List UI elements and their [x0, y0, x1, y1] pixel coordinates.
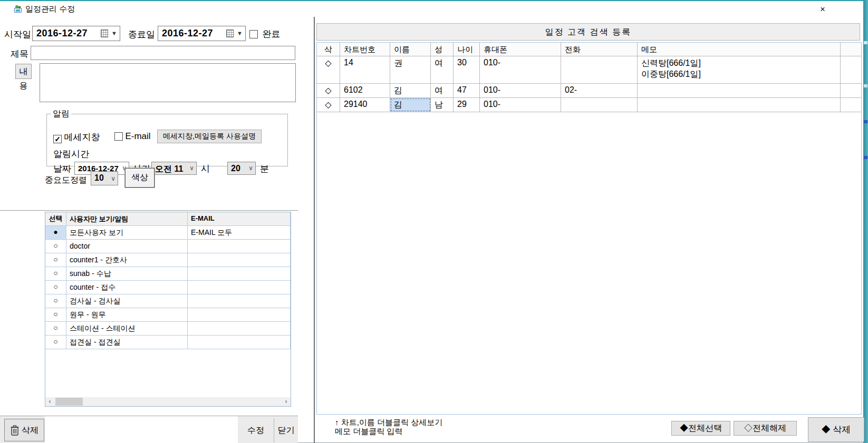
user-name-cell[interactable]: 검사실 - 검사실 [66, 294, 188, 308]
delete-schedule-button[interactable]: 삭제 [4, 419, 44, 441]
phone-cell[interactable] [561, 56, 638, 83]
user-email-cell[interactable] [188, 322, 291, 335]
chart-number-cell[interactable]: 14 [340, 56, 390, 83]
mobile-cell[interactable]: 010- [480, 56, 561, 83]
user-email-cell[interactable] [188, 240, 291, 253]
radio-unselected-icon[interactable]: ○ [45, 267, 66, 280]
chart-number-cell[interactable]: 29140 [340, 98, 390, 112]
user-name-cell[interactable]: doctor [66, 240, 188, 253]
row-delete-diamond-icon[interactable]: ◇ [317, 56, 340, 83]
alarm-minute-value: 20 [231, 164, 240, 173]
scroll-right-icon[interactable]: › [282, 397, 291, 406]
user-row[interactable]: ○검사실 - 검사실 [45, 294, 291, 308]
name-cell[interactable]: 김 [390, 98, 431, 112]
radio-selected-icon[interactable]: ● [45, 226, 66, 239]
gender-cell[interactable]: 여 [431, 56, 454, 83]
customer-row[interactable]: ◇14권여30010-신력탕[666/1일]이중탕[666/1일] [317, 56, 861, 84]
gender-cell[interactable]: 남 [431, 98, 454, 112]
start-date-label: 시작일 [4, 28, 31, 41]
user-row[interactable]: ○sunab - 수납 [45, 267, 291, 281]
content-textarea[interactable] [40, 63, 296, 102]
user-email-cell[interactable] [188, 281, 291, 294]
select-all-button[interactable]: ◆전체선택 [671, 421, 730, 436]
user-name-cell[interactable]: 스테이션 - 스테이션 [66, 322, 188, 335]
radio-unselected-icon[interactable]: ○ [45, 322, 66, 335]
chevron-down-icon[interactable]: ▼ [111, 30, 117, 36]
radio-unselected-icon[interactable]: ○ [45, 253, 66, 267]
subject-label: 제목 [11, 48, 28, 60]
user-col-select: 선택 [45, 212, 66, 225]
close-button[interactable]: 닫기 [274, 416, 298, 443]
minute-suffix-label: 분 [260, 163, 269, 175]
schedule-edit-dialog: 일정관리 수정 × 시작일 2016-12-27 ▼ 종료일 2016-12-2… [0, 0, 863, 443]
user-name-cell[interactable]: counter - 접수 [66, 281, 188, 294]
row-delete-diamond-icon[interactable]: ◇ [317, 84, 340, 97]
user-name-cell[interactable]: sunab - 수납 [66, 267, 188, 280]
phone-cell[interactable] [561, 98, 638, 112]
done-checkbox[interactable] [249, 30, 258, 38]
left-footer-bar: 삭제 수정 닫기 [0, 416, 298, 443]
radio-unselected-icon[interactable]: ○ [45, 281, 66, 294]
start-date-picker[interactable]: 2016-12-27 ▼ [32, 26, 120, 41]
scroll-left-icon[interactable]: ‹ [45, 397, 54, 406]
chart-number-cell[interactable]: 6102 [340, 84, 390, 97]
radio-unselected-icon[interactable]: ○ [45, 308, 66, 321]
message-window-checkbox[interactable] [53, 135, 62, 143]
user-row[interactable]: ●모든사용자 보기E-MAIL 모두 [45, 226, 291, 240]
radio-unselected-icon[interactable]: ○ [45, 336, 66, 349]
age-cell[interactable]: 47 [454, 84, 480, 97]
customer-row[interactable]: ◇6102김여47010-02- [317, 84, 861, 98]
email-checkbox[interactable] [114, 132, 123, 141]
memo-cell[interactable]: 신력탕[666/1일]이중탕[666/1일] [638, 56, 841, 83]
color-button[interactable]: 색상 [125, 168, 155, 188]
edit-button[interactable]: 수정 [238, 416, 274, 443]
user-name-cell[interactable]: counter1 - 간호사 [66, 253, 188, 267]
scrollbar-thumb[interactable] [55, 398, 83, 406]
customer-col-header: 성별 [431, 43, 454, 56]
name-cell[interactable]: 권 [390, 56, 431, 83]
user-row[interactable]: ○원무 - 원무 [45, 308, 291, 322]
age-cell[interactable]: 30 [454, 56, 480, 83]
chevron-down-icon: ∨ [111, 175, 115, 182]
gender-cell[interactable]: 여 [431, 84, 454, 97]
user-email-cell[interactable] [188, 267, 291, 280]
customer-col-header: 전화 [561, 43, 638, 56]
user-row[interactable]: ○counter1 - 간호사 [45, 253, 291, 267]
user-name-cell[interactable]: 접견실 - 접견실 [66, 336, 188, 349]
horizontal-scrollbar[interactable]: ‹ › [45, 397, 291, 406]
row-delete-diamond-icon[interactable]: ◇ [317, 98, 340, 112]
delete-selected-button[interactable]: ◆ 삭제 [808, 417, 864, 442]
user-email-cell[interactable] [188, 294, 291, 308]
radio-unselected-icon[interactable]: ○ [45, 294, 66, 308]
name-cell[interactable]: 김 [390, 84, 431, 97]
phone-cell[interactable]: 02- [561, 84, 638, 97]
mobile-cell[interactable]: 010- [480, 98, 561, 112]
user-row[interactable]: ○counter - 접수 [45, 281, 291, 294]
user-email-cell[interactable] [188, 336, 291, 349]
memo-cell[interactable] [638, 84, 841, 97]
priority-combo[interactable]: 10 ∨ [91, 171, 118, 185]
user-row[interactable]: ○스테이션 - 스테이션 [45, 322, 291, 336]
hint-line-2: 메모 더블클릭 입력 [335, 427, 442, 436]
user-row[interactable]: ○doctor [45, 240, 291, 253]
user-name-cell[interactable]: 원무 - 원무 [66, 308, 188, 321]
user-email-cell[interactable]: E-MAIL 모두 [188, 226, 291, 239]
close-icon[interactable]: × [812, 3, 833, 16]
user-name-cell[interactable]: 모든사용자 보기 [66, 226, 188, 239]
hint-line-1: ↑ 차트,이름 더블클릭 상세보기 [335, 418, 442, 427]
memo-cell[interactable] [638, 98, 841, 112]
radio-unselected-icon[interactable]: ○ [45, 240, 66, 253]
help-button[interactable]: 메세지창,메일등록 사용설명 [157, 130, 262, 143]
user-email-cell[interactable] [188, 253, 291, 267]
user-row[interactable]: ○접견실 - 접견실 [45, 336, 291, 349]
alarm-hour-combo[interactable]: 오전 11 ∨ [151, 162, 197, 175]
chevron-down-icon[interactable]: ▼ [237, 30, 243, 36]
user-email-cell[interactable] [188, 308, 291, 321]
deselect-all-button[interactable]: ◇전체해제 [734, 421, 797, 436]
alarm-minute-combo[interactable]: 20 ∨ [227, 162, 256, 175]
end-date-picker[interactable]: 2016-12-27 ▼ [158, 26, 246, 41]
age-cell[interactable]: 29 [454, 98, 480, 112]
customer-row[interactable]: ◇29140김남29010- [317, 98, 861, 112]
mobile-cell[interactable]: 010- [480, 84, 561, 97]
subject-input[interactable] [31, 46, 295, 60]
